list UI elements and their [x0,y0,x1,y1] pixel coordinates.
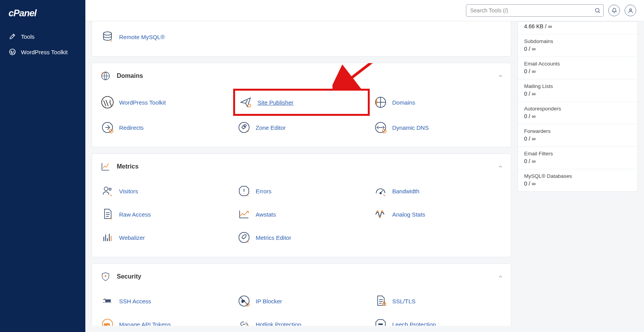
sidebar: cPanel Tools WordPress Toolkit [0,0,85,332]
feature-bandwidth[interactable]: Bandwidth [370,179,506,203]
feature-visitors[interactable]: Visitors [97,179,233,203]
rocket-icon [237,231,251,244]
svg-point-3 [630,9,632,10]
feature-remote-mysql[interactable]: Remote MySQL® [97,25,233,48]
svg-point-21 [105,275,106,277]
feature-link[interactable]: IP Blocker [256,298,282,304]
feature-awstats[interactable]: Awstats [233,203,370,226]
feature-link[interactable]: SSL/TLS [392,298,415,304]
feature-link[interactable]: Zone Editor [256,124,286,131]
stat-label: MySQL® Databases [524,173,631,179]
chart-icon [100,161,111,172]
feature-ip-blocker[interactable]: IP IP Blocker [233,289,370,313]
dns-icon [374,120,388,134]
bars-icon [100,231,114,244]
stat-value: 0 / ∞ [524,91,631,97]
feature-analog-stats[interactable]: Analog Stats [370,203,506,226]
globe-icon [100,70,111,82]
feature-link[interactable]: Leech Protection [392,321,436,326]
sidebar-item-tools[interactable]: Tools [0,29,85,44]
svg-point-17 [104,187,108,191]
feature-link[interactable]: Errors [256,188,272,194]
database-icon [100,30,114,44]
section-header-metrics[interactable]: Metrics [92,154,511,179]
svg-point-20 [239,232,249,243]
search-input[interactable] [466,4,604,17]
ssl-file-icon [374,294,388,308]
feature-link[interactable]: Bandwidth [392,188,419,194]
sidebar-item-label: WordPress Toolkit [21,49,68,55]
feature-link[interactable]: SSH Access [119,298,151,304]
feature-webalizer[interactable]: Webalizer [97,226,233,249]
section-domains: Domains WordPress Toolkit [92,63,511,147]
feature-link[interactable]: Domains [392,99,415,106]
stat-email-accounts: Email Accounts 0 / ∞ [518,57,637,79]
leech-icon [374,317,388,326]
hotlink-icon [237,317,251,326]
feature-link[interactable]: Raw Access [119,211,151,218]
feature-site-publisher[interactable]: Site Publisher [233,89,370,116]
shield-icon [100,271,111,282]
stat-mysql-databases: MySQL® Databases 0 / ∞ [518,169,637,191]
feature-link[interactable]: Visitors [119,188,138,194]
svg-point-18 [109,188,111,190]
sidebar-item-wordpress-toolkit[interactable]: WordPress Toolkit [0,44,85,60]
line-chart-icon [237,207,251,221]
feature-metrics-editor[interactable]: Metrics Editor [233,226,370,249]
feature-leech-protection[interactable]: Leech Protection [370,313,506,326]
feature-link[interactable]: Site Publisher [258,99,294,106]
paper-plane-icon [239,95,253,109]
feature-raw-access[interactable]: Raw Access [97,203,233,226]
stat-forwarders: Forwarders 0 / ∞ [518,124,637,146]
feature-link[interactable]: Dynamic DNS [392,124,429,131]
account-button[interactable] [625,5,636,16]
section-header-security[interactable]: Security [92,264,511,289]
stat-value: 4.66 KB / ∞ [524,23,631,29]
svg-text:API: API [104,322,110,326]
stat-autoresponders: Autoresponders 0 / ∞ [518,101,637,124]
feature-domains[interactable]: Domains [370,89,506,116]
feature-link[interactable]: Webalizer [119,234,145,241]
feature-link[interactable]: Metrics Editor [256,234,291,241]
feature-link[interactable]: Hotlink Protection [256,321,301,326]
ssh-icon: SSH [100,294,114,308]
svg-text:SSH: SSH [105,299,111,303]
stat-label: Forwarders [524,128,631,134]
brand-logo: cPanel [0,4,85,29]
feature-manage-api-tokens[interactable]: API Manage API Tokens [97,313,233,326]
chevron-up-icon [498,274,503,279]
wordpress-icon [9,48,16,56]
feature-link[interactable]: Redirects [119,124,144,131]
stat-label: Email Accounts [524,61,631,67]
feature-redirects[interactable]: Redirects [97,116,233,139]
feature-errors[interactable]: Errors [233,179,370,203]
stat-value: 0 / ∞ [524,158,631,164]
stat-label: Subdomains [524,38,631,44]
feature-ssh-access[interactable]: SSH SSH Access [97,289,233,313]
tools-icon [9,33,16,40]
feature-link[interactable]: Awstats [256,211,276,218]
visitors-icon [100,184,114,198]
stat-value: 0 / ∞ [524,181,631,187]
feature-zone-editor[interactable]: Zone Editor [233,116,370,139]
feature-dynamic-dns[interactable]: Dynamic DNS [370,116,506,139]
section-header-domains[interactable]: Domains [92,63,511,89]
feature-ssl-tls[interactable]: SSL/TLS [370,289,506,313]
section-metrics: Metrics Visitors Errors [92,153,511,257]
feature-link[interactable]: WordPress Toolkit [119,99,166,106]
svg-point-13 [244,126,245,127]
feature-link[interactable]: Manage API Tokens [119,321,171,326]
chevron-up-icon [498,164,503,169]
section-title: Security [117,273,141,280]
svg-text:cPanel: cPanel [9,9,37,18]
svg-point-8 [248,104,251,107]
wordpress-icon [100,95,114,109]
stat-bandwidth: 4.66 KB / ∞ [518,22,637,34]
feature-hotlink-protection[interactable]: Hotlink Protection [233,313,370,326]
feature-wordpress-toolkit[interactable]: WordPress Toolkit [97,89,233,116]
feature-link[interactable]: Analog Stats [392,211,425,218]
stat-mailing-lists: Mailing Lists 0 / ∞ [518,79,637,101]
notifications-button[interactable] [608,5,620,16]
feature-link[interactable]: Remote MySQL® [119,34,165,40]
section-databases-fragment: Remote MySQL® [92,21,511,57]
